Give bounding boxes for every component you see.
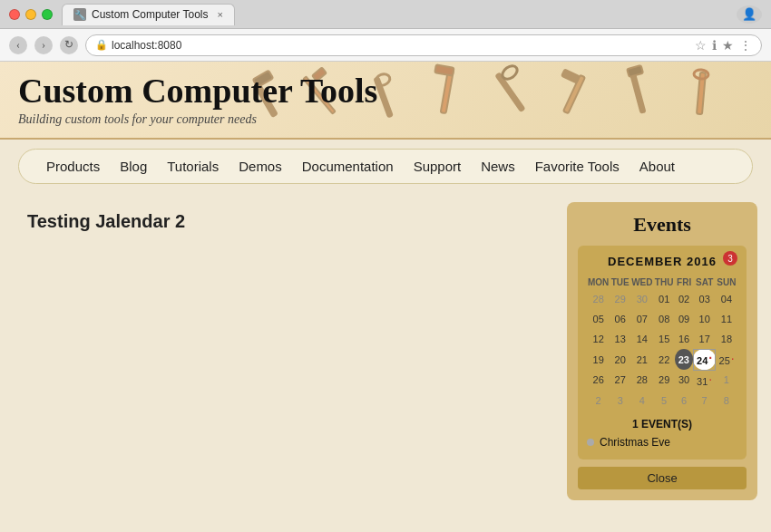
col-tue: TUE — [610, 276, 630, 289]
address-box[interactable]: 🔒 localhost:8080 ☆ ℹ ★ ⋮ — [85, 34, 762, 56]
calendar-day[interactable]: 13 — [610, 329, 630, 349]
calendar-day[interactable]: 4 — [630, 391, 653, 411]
event-name: Christmas Eve — [600, 436, 670, 449]
info-icon[interactable]: ℹ — [712, 38, 717, 53]
calendar-day[interactable]: 30 — [675, 370, 694, 391]
address-text: localhost:8080 — [112, 39, 181, 52]
calendar-day[interactable]: 16 — [675, 329, 694, 349]
calendar-month-year: DECEMBER 2016 — [608, 255, 717, 268]
address-bar: ‹ › ↻ 🔒 localhost:8080 ☆ ℹ ★ ⋮ — [0, 29, 771, 62]
calendar-day[interactable]: 15 — [653, 329, 674, 349]
tab-favicon: 🔧 — [73, 8, 86, 21]
calendar-day[interactable]: 20 — [610, 349, 630, 370]
calendar-day[interactable]: 31 — [693, 370, 715, 391]
calendar-day[interactable]: 3 — [610, 391, 630, 411]
sidebar: Events DECEMBER 2016 3 MON TUE WED — [553, 193, 771, 528]
user-icon[interactable]: 👤 — [737, 5, 762, 24]
forward-button[interactable]: › — [34, 36, 53, 54]
calendar-header: DECEMBER 2016 3 — [587, 255, 737, 268]
calendar-day[interactable]: 29 — [610, 289, 630, 309]
calendar-day[interactable]: 28 — [587, 289, 610, 309]
extensions-icon[interactable]: ★ — [722, 38, 734, 53]
main-layout: Testing Jalendar 2 Events DECEMBER 2016 … — [0, 193, 771, 528]
calendar-day[interactable]: 05 — [587, 309, 610, 329]
calendar-day[interactable]: 23 — [675, 349, 694, 370]
window-buttons — [9, 9, 53, 20]
calendar-day[interactable]: 18 — [716, 329, 737, 349]
nav-item-favorite-tools[interactable]: Favorite Tools — [526, 155, 629, 178]
calendar-day[interactable]: 01 — [653, 289, 674, 309]
col-thu: THU — [653, 276, 674, 289]
nav-item-news[interactable]: News — [472, 155, 524, 178]
calendar-day[interactable]: 11 — [716, 309, 737, 329]
calendar-day[interactable]: 03 — [693, 289, 715, 309]
main-nav: Products Blog Tutorials Demos Documentat… — [18, 149, 753, 184]
calendar-day[interactable]: 07 — [630, 309, 653, 329]
col-wed: WED — [630, 276, 653, 289]
calendar-day[interactable]: 1 — [716, 370, 737, 391]
browser-tab[interactable]: 🔧 Custom Computer Tools × — [62, 4, 235, 25]
calendar-day[interactable]: 04 — [716, 289, 737, 309]
calendar-day[interactable]: 29 — [653, 370, 674, 391]
calendar-day[interactable]: 7 — [693, 391, 715, 411]
page-content: Custom Computer Tools Building custom to… — [0, 62, 771, 532]
nav-item-blog[interactable]: Blog — [111, 155, 156, 178]
close-button[interactable]: Close — [578, 467, 747, 489]
events-widget: Events DECEMBER 2016 3 MON TUE WED — [567, 202, 757, 500]
col-sat: SAT — [693, 276, 715, 289]
calendar-day[interactable]: 17 — [693, 329, 715, 349]
tab-bar: 🔧 Custom Computer Tools × — [62, 4, 737, 25]
nav-item-tutorials[interactable]: Tutorials — [158, 155, 228, 178]
tab-title: Custom Computer Tools — [92, 8, 209, 21]
calendar-day[interactable]: 09 — [675, 309, 694, 329]
calendar-day[interactable]: 8 — [716, 391, 737, 411]
calendar-day[interactable]: 06 — [610, 309, 630, 329]
calendar-day[interactable]: 6 — [675, 391, 694, 411]
page-heading: Testing Jalendar 2 — [27, 211, 526, 232]
maximize-window-button[interactable] — [42, 9, 53, 20]
calendar-day[interactable]: 02 — [675, 289, 694, 309]
calendar-day[interactable]: 2 — [587, 391, 610, 411]
calendar-day[interactable]: 28 — [630, 370, 653, 391]
address-icons: ☆ ℹ ★ ⋮ — [695, 38, 752, 53]
calendar-day[interactable]: 26 — [587, 370, 610, 391]
calendar-day[interactable]: 14 — [630, 329, 653, 349]
calendar-day[interactable]: 21 — [630, 349, 653, 370]
bookmark-star-icon[interactable]: ☆ — [695, 38, 707, 53]
calendar-day[interactable]: 19 — [587, 349, 610, 370]
event-count-badge: 3 — [723, 251, 737, 266]
back-button[interactable]: ‹ — [9, 36, 27, 54]
calendar-day[interactable]: 12 — [587, 329, 610, 349]
calendar-day[interactable]: 08 — [653, 309, 674, 329]
tab-close-button[interactable]: × — [218, 9, 223, 20]
nav-item-about[interactable]: About — [630, 155, 684, 178]
calendar-day[interactable]: 10 — [693, 309, 715, 329]
site-title: Custom Computer Tools — [18, 71, 753, 111]
col-fri: FRI — [675, 276, 694, 289]
calendar-day[interactable]: 25 — [716, 349, 737, 370]
more-tools-icon[interactable]: ⋮ — [739, 38, 752, 53]
calendar-day[interactable]: 22 — [653, 349, 674, 370]
calendar-day[interactable]: 5 — [653, 391, 674, 411]
col-mon: MON — [587, 276, 610, 289]
calendar-container: DECEMBER 2016 3 MON TUE WED THU FRI — [578, 246, 747, 459]
browser-window: 🔧 Custom Computer Tools × 👤 ‹ › ↻ 🔒 loca… — [0, 0, 771, 532]
minimize-window-button[interactable] — [25, 9, 36, 20]
event-list: Christmas Eve — [587, 434, 737, 450]
nav-item-support[interactable]: Support — [405, 155, 471, 178]
calendar-day[interactable]: 24 — [693, 349, 715, 370]
reload-button[interactable]: ↻ — [60, 36, 78, 54]
site-header: Custom Computer Tools Building custom to… — [0, 62, 771, 140]
nav-item-demos[interactable]: Demos — [229, 155, 291, 178]
main-content-area: Testing Jalendar 2 — [0, 193, 553, 528]
nav-item-documentation[interactable]: Documentation — [293, 155, 403, 178]
nav-item-products[interactable]: Products — [37, 155, 109, 178]
event-list-item: Christmas Eve — [587, 434, 737, 450]
calendar-day[interactable]: 30 — [630, 289, 653, 309]
col-sun: SUN — [716, 276, 737, 289]
site-subtitle: Building custom tools for your computer … — [18, 112, 753, 127]
events-title: Events — [578, 213, 747, 237]
calendar-day[interactable]: 27 — [610, 370, 630, 391]
event-dot — [587, 439, 594, 446]
close-window-button[interactable] — [9, 9, 20, 20]
